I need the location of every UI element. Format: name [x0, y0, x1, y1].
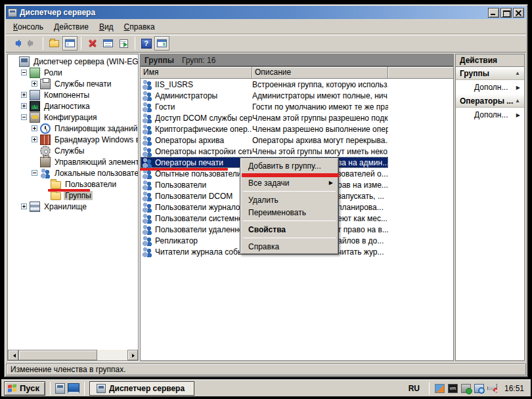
menu-separator — [243, 220, 336, 221]
vm-icon[interactable]: vm — [448, 384, 458, 393]
menu-item-справка[interactable]: Справка — [120, 21, 160, 33]
titlebar[interactable]: Диспетчер сервера — [6, 6, 526, 19]
group-icon — [142, 79, 152, 90]
minimize-button[interactable] — [488, 8, 499, 18]
network-icon[interactable] — [474, 384, 484, 393]
expander-plus[interactable] — [32, 81, 37, 87]
group-icon — [142, 146, 152, 157]
context-menu-item-удалить[interactable]: Удалить — [242, 194, 337, 206]
tree-item-роли[interactable]: Роли — [8, 67, 138, 78]
vmware-tools-icon[interactable] — [435, 384, 445, 393]
expander-minus[interactable] — [21, 70, 27, 75]
language-indicator[interactable]: RU — [405, 384, 424, 393]
collapse-caret-icon: ▲ — [515, 98, 520, 104]
show-console-tree-button[interactable] — [62, 36, 78, 51]
help-button[interactable]: ? — [139, 36, 154, 51]
action-item-дополн[interactable]: Дополн...▶ — [456, 108, 524, 122]
maximize-button[interactable] — [500, 8, 512, 18]
tree-item-управляющий[interactable]: Управляющий элемент W — [8, 156, 138, 167]
row-band: IIS_IUSRSВстроенная группа, которую испо… — [141, 79, 388, 90]
folder-icon — [51, 181, 61, 189]
column-header-description[interactable]: Описание — [252, 67, 388, 78]
console-tree: Диспетчер сервера (WIN-EG6D1SРолиСлужбы … — [8, 56, 138, 348]
group-name-cell: Доступ DCOM службы сер... — [141, 113, 252, 123]
expander-minus[interactable] — [21, 114, 27, 120]
tree-item-брандмауэр[interactable]: Брандмауэр Windows в ре — [8, 134, 138, 145]
tree-item-label: Локальные пользователи — [53, 169, 138, 178]
menu-item-действие[interactable]: Действие — [49, 21, 93, 33]
toolbar: ? — [6, 35, 526, 52]
action-item-дополн[interactable]: Дополн...▶ — [456, 80, 524, 94]
export-list-button[interactable] — [116, 36, 131, 51]
scrollbar-track[interactable] — [97, 350, 127, 360]
tree-item-хранилище[interactable]: Хранилище — [8, 201, 138, 212]
show-hide-pane-button[interactable] — [154, 36, 169, 51]
menu-item-label: Все задачи — [248, 178, 290, 188]
properties-button[interactable] — [100, 36, 116, 51]
table-row[interactable]: Операторы архиваОператоры архива могут п… — [141, 135, 453, 146]
table-row[interactable]: IIS_IUSRSВстроенная группа, которую испо… — [141, 79, 453, 90]
context-menu-item-всезадачи[interactable]: Все задачи▶ — [242, 177, 337, 189]
folder-up-button[interactable] — [47, 36, 62, 51]
tree-item-конфигурация[interactable]: Конфигурация — [8, 112, 138, 123]
section-title: Операторы ... — [460, 96, 513, 106]
group-name-text: Пользователи DCOM — [155, 192, 233, 201]
expander-plus[interactable] — [32, 125, 37, 131]
column-header-name[interactable]: Имя — [141, 67, 252, 78]
delete-button[interactable] — [85, 36, 100, 51]
tree-item-службы[interactable]: Службы — [8, 145, 138, 156]
start-button[interactable]: Пуск — [4, 381, 45, 396]
forward-arrow-button[interactable] — [24, 36, 39, 51]
tree-horizontal-scrollbar[interactable] — [8, 350, 138, 360]
tree-item-пользователи[interactable]: Пользователи — [8, 178, 138, 190]
expander-plus[interactable] — [21, 103, 27, 109]
scroll-right-button[interactable] — [127, 350, 138, 360]
context-menu-item-справка[interactable]: Справка — [242, 240, 337, 253]
expander-minus[interactable] — [32, 170, 37, 176]
table-row[interactable]: АдминистраторыАдминистраторы имеют полны… — [141, 90, 453, 101]
group-name-text: Пользователи журналов ... — [155, 203, 252, 212]
tree-item-label: Диспетчер сервера (WIN-EG6D1S — [32, 57, 138, 66]
table-row[interactable]: ГостиГости по умолчанию имеют те же пра.… — [141, 101, 453, 112]
group-name-cell: Операторы печати — [141, 158, 252, 168]
tree-item-локальные[interactable]: Локальные пользователи — [8, 167, 138, 178]
expander-plus[interactable] — [32, 136, 37, 142]
tree-item-диспетчер[interactable]: Диспетчер сервера (WIN-EG6D1S — [8, 56, 138, 67]
group-name-cell: Гости — [141, 102, 252, 112]
close-button[interactable] — [513, 8, 524, 18]
scrollbar-thumb[interactable] — [18, 350, 97, 360]
show-desktop-icon[interactable] — [68, 383, 79, 394]
table-row[interactable]: Криптографические опер...Членам разрешен… — [141, 123, 453, 135]
hardware-safe-remove-icon[interactable] — [461, 384, 471, 393]
clock[interactable]: 16:51 — [500, 384, 528, 393]
expander-plus[interactable] — [21, 203, 27, 209]
group-name-text: Доступ DCOM службы сер... — [155, 114, 252, 123]
actions-section-операторы[interactable]: Операторы ...▲ — [456, 94, 524, 108]
group-icon — [142, 191, 152, 201]
annotation-selected-row-underline — [140, 168, 228, 171]
tree-item-службы[interactable]: Службы печати — [8, 78, 138, 89]
server-manager-quicklaunch-icon[interactable] — [55, 383, 65, 394]
actions-section-группы[interactable]: Группы▲ — [456, 67, 524, 80]
expander-plus[interactable] — [21, 92, 27, 98]
scroll-left-button[interactable] — [8, 350, 18, 360]
back-arrow-button[interactable] — [9, 36, 24, 51]
components-icon — [30, 90, 40, 100]
volume-muted-icon[interactable]: ✕ — [487, 384, 497, 393]
menu-item-вид[interactable]: Вид — [95, 21, 118, 33]
table-row[interactable]: Операторы настройки сетиЧлены этой групп… — [141, 146, 453, 157]
menu-item-консоль[interactable]: Консоль — [9, 21, 48, 33]
tree-item-label: Пользователи — [64, 180, 118, 189]
context-menu-item-свойства[interactable]: Свойства — [242, 223, 337, 236]
taskbar-task-button[interactable]: Диспетчер сервера — [89, 381, 194, 396]
group-name-text: Пользователи системного... — [155, 214, 252, 223]
context-menu-item-добавитьвгруппу[interactable]: Добавить в группу... — [242, 159, 337, 172]
tree-item-компоненты[interactable]: Компоненты — [8, 89, 138, 100]
list-header: Группы Групп: 16 — [141, 54, 453, 67]
table-row[interactable]: Доступ DCOM службы сер...Членам этой гру… — [141, 112, 453, 123]
context-menu-item-переименовать[interactable]: Переименовать — [242, 206, 337, 219]
tree-item-планировщик[interactable]: Планировщик заданий — [8, 123, 138, 134]
group-name-text: Криптографические опер... — [155, 125, 252, 134]
column-header-empty[interactable] — [388, 67, 453, 78]
tree-item-диагностика[interactable]: Диагностика — [8, 100, 138, 112]
